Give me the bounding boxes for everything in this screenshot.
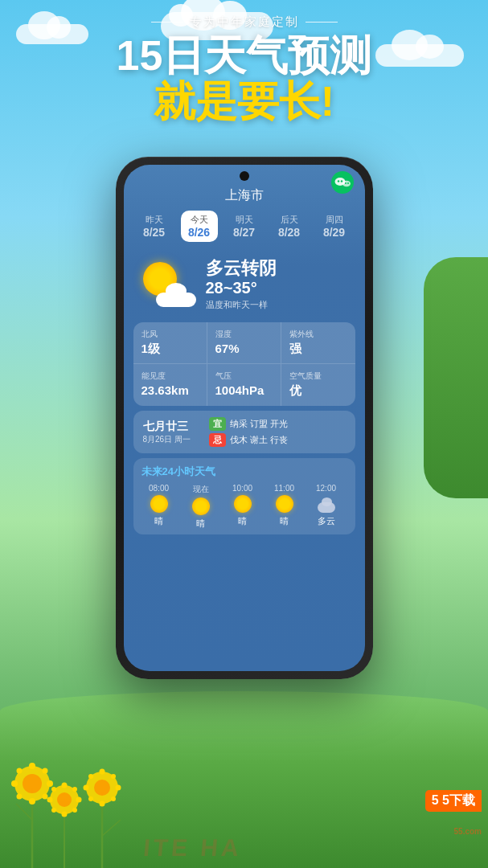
svg-point-17 — [47, 797, 53, 803]
phone-outer: 上海市 昨天 8/25 今天 8/26 明天 8/27 后天 8/28 — [116, 157, 373, 679]
lunar-date: 七月廿三 8月26日 周一 — [143, 420, 199, 445]
bad-tag-row: 忌 伐木 谢土 行丧 — [209, 433, 346, 447]
brand-55-logo: 5 5下载 — [425, 790, 482, 812]
svg-point-10 — [17, 794, 23, 800]
svg-point-14 — [57, 792, 72, 807]
svg-point-16 — [62, 812, 68, 817]
good-badge: 宜 — [209, 417, 226, 431]
svg-point-20 — [72, 808, 77, 813]
good-tag-row: 宜 纳采 订盟 开光 — [209, 417, 346, 431]
forecast-hour-3: 11:00 晴 — [267, 484, 302, 530]
svg-point-4 — [29, 763, 35, 769]
forecast-hour-2: 10:00 晴 — [225, 484, 260, 530]
phone-mockup: 上海市 昨天 8/25 今天 8/26 明天 8/27 后天 8/28 — [116, 157, 373, 679]
promo-title-line1: 15日天气预测 — [0, 33, 488, 79]
lunar-tags: 宜 纳采 订盟 开光 忌 伐木 谢土 行丧 — [209, 417, 346, 447]
svg-point-39 — [340, 180, 342, 182]
svg-point-33 — [88, 796, 93, 801]
bottom-brand-text: ITE HA — [141, 834, 243, 868]
svg-point-31 — [88, 774, 93, 779]
svg-point-15 — [62, 783, 68, 788]
stat-air-quality: 空气质量 优 — [281, 364, 355, 406]
svg-point-8 — [17, 768, 23, 774]
forecast-section: 未来24小时天气 08:00 晴 现在 晴 10:00 — [133, 458, 355, 534]
camera-notch — [240, 171, 249, 181]
good-items: 纳采 订盟 开光 — [230, 418, 288, 430]
stat-uv: 紫外线 强 — [281, 322, 355, 364]
sun-icon-1 — [192, 497, 210, 515]
stat-visibility: 能见度 23.63km — [133, 364, 207, 406]
svg-point-3 — [23, 774, 42, 793]
svg-line-24 — [102, 820, 121, 836]
forecast-title: 未来24小时天气 — [141, 465, 347, 479]
weather-note: 温度和昨天一样 — [206, 299, 349, 311]
svg-point-29 — [84, 785, 89, 791]
weather-temp: 28~35° — [206, 279, 349, 297]
day-tabs: 昨天 8/25 今天 8/26 明天 8/27 后天 8/28 周四 8/2 — [124, 211, 365, 250]
svg-point-32 — [111, 796, 116, 801]
svg-point-40 — [345, 182, 347, 184]
svg-line-1 — [16, 804, 32, 820]
svg-point-37 — [342, 181, 351, 187]
wechat-icon[interactable] — [331, 171, 354, 194]
svg-point-21 — [51, 808, 56, 813]
tab-yesterday[interactable]: 昨天 8/25 — [136, 211, 173, 242]
svg-point-26 — [94, 780, 110, 796]
weather-info: 多云转阴 28~35° 温度和昨天一样 — [206, 258, 349, 311]
weather-icon — [140, 260, 196, 309]
tab-day-after[interactable]: 后天 8/28 — [271, 211, 308, 242]
sun-icon-0 — [150, 495, 168, 513]
right-green-decoration — [424, 257, 488, 498]
sun-icon-3 — [276, 495, 293, 513]
stats-grid: 北风 1级 湿度 67% 紫外线 强 能见度 23.63km 气压 1004 — [133, 322, 355, 406]
svg-point-30 — [116, 785, 121, 791]
svg-point-28 — [100, 801, 105, 807]
tab-today[interactable]: 今天 8/26 — [181, 211, 218, 242]
cloud-icon — [156, 286, 196, 307]
svg-point-38 — [337, 180, 338, 182]
svg-point-22 — [72, 787, 77, 792]
weather-condition: 多云转阴 — [206, 258, 349, 279]
svg-point-5 — [29, 798, 35, 805]
svg-point-41 — [347, 182, 349, 184]
watermark-site: 55.com — [454, 827, 482, 836]
stat-humidity: 湿度 67% — [207, 322, 281, 364]
promo-header: 专为中年家庭定制 15日天气预测 就是要长! — [0, 14, 488, 125]
stat-pressure: 气压 1004hPa — [207, 364, 281, 406]
forecast-hours: 08:00 晴 现在 晴 10:00 晴 11 — [141, 484, 347, 530]
svg-point-19 — [51, 787, 56, 792]
svg-point-6 — [11, 780, 18, 787]
tab-thursday[interactable]: 周四 8/29 — [316, 211, 353, 242]
weather-main: 多云转阴 28~35° 温度和昨天一样 — [124, 250, 365, 317]
sun-icon-2 — [234, 495, 252, 513]
forecast-hour-0: 08:00 晴 — [141, 484, 177, 530]
bad-badge: 忌 — [209, 433, 226, 447]
promo-subtitle: 专为中年家庭定制 — [0, 14, 488, 30]
svg-point-27 — [100, 769, 105, 775]
forecast-hour-4: 12:00 多云 — [309, 484, 344, 530]
tab-tomorrow[interactable]: 明天 8/27 — [226, 211, 263, 242]
forecast-hour-1: 现在 晴 — [183, 484, 219, 530]
bad-items: 伐木 谢土 行丧 — [230, 434, 288, 446]
promo-title-line2: 就是要长! — [0, 79, 488, 125]
stat-wind: 北风 1级 — [133, 322, 207, 364]
lunar-row: 七月廿三 8月26日 周一 宜 纳采 订盟 开光 忌 伐木 谢土 行丧 — [133, 411, 355, 453]
phone-screen: 上海市 昨天 8/25 今天 8/26 明天 8/27 后天 8/28 — [124, 165, 365, 671]
svg-point-34 — [111, 774, 116, 779]
